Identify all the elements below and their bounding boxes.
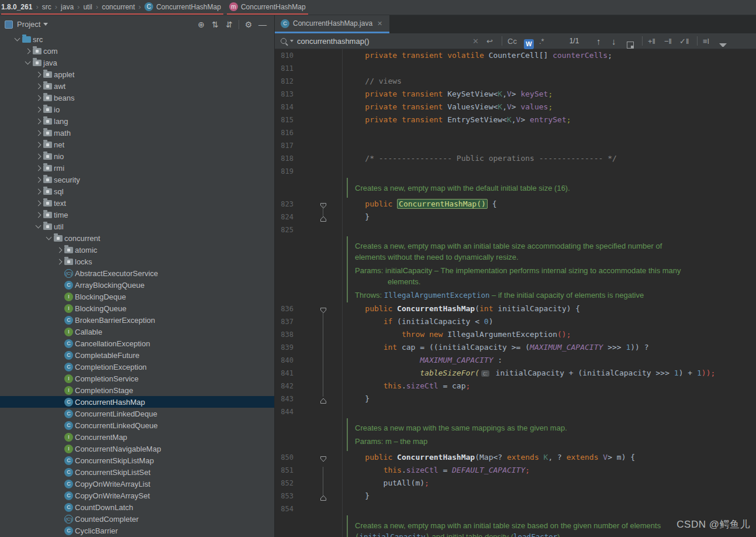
match-case-toggle[interactable]: Cc [508,33,517,49]
line-number[interactable]: 842 [279,380,294,393]
tree-item-io[interactable]: io [0,104,274,115]
tree-item-src[interactable]: src [0,33,274,45]
line-number[interactable]: 854 [279,502,294,515]
line-number[interactable]: 837 [279,315,294,328]
tree-item-locks[interactable]: locks [0,256,274,267]
tree-item-abstractexecutorservice[interactable]: (C)AbstractExecutorService [0,267,274,279]
tree-item-applet[interactable]: applet [0,68,274,80]
tree-item-java[interactable]: java [0,57,274,68]
tree-item-rmi[interactable]: rmi [0,162,274,174]
tree-item-blockingdeque[interactable]: IBlockingDeque [0,291,274,302]
fold-close-icon[interactable] [320,214,327,221]
search-input[interactable]: concurrenthashmap() [297,33,370,49]
breadcrumb-item-src[interactable]: src [40,3,54,11]
chevron-right-icon[interactable] [23,46,33,56]
chevron-right-icon[interactable] [34,81,43,91]
line-number[interactable]: 836 [279,302,294,315]
line-number[interactable]: 819 [279,165,294,178]
select-all-occurrences-icon[interactable]: ✓ǁ [679,33,689,49]
tree-item-concurrent[interactable]: concurrent [0,232,274,244]
tree-item-concurrentmap[interactable]: IConcurrentMap [0,431,274,443]
search-options-icon[interactable]: ≡I [703,33,709,49]
fold-open-icon[interactable] [320,201,327,208]
chevron-right-icon[interactable] [34,93,43,102]
tab-concurrenthashmap-java[interactable]: C ConcurrentHashMap.java ✕ [275,15,389,33]
line-number[interactable]: 838 [279,328,294,341]
breadcrumb-item-concurrenthashmap[interactable]: mConcurrentHashMap [227,2,308,11]
line-number[interactable]: 839 [279,341,294,354]
breadcrumb-item-concurrent[interactable]: concurrent [99,3,137,11]
tree-item-math[interactable]: math [0,127,274,139]
breadcrumb-item-java[interactable]: java [58,3,76,11]
chevron-right-icon[interactable] [34,116,43,126]
tree-item-completionservice[interactable]: ICompletionService [0,373,274,384]
fold-open-icon[interactable] [320,454,327,461]
chevron-right-icon[interactable] [34,210,43,219]
tree-item-com[interactable]: com [0,45,274,57]
line-number[interactable]: 816 [279,126,294,139]
tree-item-concurrentskiplistset[interactable]: CConcurrentSkipListSet [0,466,274,478]
tree-item-callable[interactable]: ICallable [0,326,274,338]
breadcrumb-item-util[interactable]: util [81,3,94,11]
line-number[interactable]: 840 [279,354,294,367]
tree-item-countdownlatch[interactable]: CCountDownLatch [0,501,274,513]
chevron-right-icon[interactable] [34,187,43,196]
chevron-down-icon[interactable] [34,222,43,231]
breadcrumb-item-1-8-0-261[interactable]: 1.8.0_261 [1,3,34,11]
next-occurrence-icon[interactable]: ↓ [612,33,616,49]
tree-item-sql[interactable]: sql [0,185,274,197]
chevron-down-icon[interactable] [44,233,54,243]
tree-item-brokenbarrierexception[interactable]: CBrokenBarrierException [0,314,274,326]
tree-item-cyclicbarrier[interactable]: CCyclicBarrier [0,525,274,536]
tree-item-text[interactable]: text [0,197,274,209]
line-number[interactable]: 852 [279,477,294,490]
tree-item-countedcompleter[interactable]: (C)CountedCompleter [0,513,274,525]
collapse-all-icon[interactable]: ⇵ [222,20,236,29]
line-number[interactable]: 817 [279,139,294,152]
line-number[interactable]: 841 [279,367,294,380]
line-number[interactable]: 815 [279,113,294,126]
tree-item-concurrentlinkedqueue[interactable]: CConcurrentLinkedQueue [0,419,274,431]
tree-item-beans[interactable]: beans [0,92,274,104]
tree-item-arrayblockingqueue[interactable]: CArrayBlockingQueue [0,279,274,291]
locate-icon[interactable]: ⊕ [194,20,208,29]
add-occurrence-icon[interactable]: +ǁ [648,33,655,49]
regex-toggle[interactable]: .* [539,33,544,49]
tree-item-copyonwritearrayset[interactable]: CCopyOnWriteArraySet [0,490,274,501]
clear-search-icon[interactable]: ✕ [472,33,479,49]
tree-item-copyonwritearraylist[interactable]: CCopyOnWriteArrayList [0,478,274,490]
chevron-right-icon[interactable] [34,128,43,137]
line-number[interactable]: 813 [279,88,294,101]
fold-close-icon[interactable] [320,395,327,402]
tree-item-awt[interactable]: awt [0,80,274,92]
chevron-down-icon[interactable] [13,35,22,44]
newline-icon[interactable]: ↩ [486,33,493,49]
tree-item-lang[interactable]: lang [0,115,274,127]
remove-occurrence-icon[interactable]: −ǁ [664,33,672,49]
fold-close-icon[interactable] [320,493,327,500]
tree-item-atomic[interactable]: atomic [0,244,274,256]
code-editor[interactable]: 810 private transient volatile CounterCe… [275,49,756,537]
line-number[interactable]: 814 [279,101,294,113]
tree-item-concurrenthashmap[interactable]: CConcurrentHashMap [0,396,274,408]
breadcrumb-item-concurrenthashmap[interactable]: CConcurrentHashMap [142,2,223,11]
chevron-down-icon[interactable] [23,58,33,67]
line-number[interactable]: 844 [279,405,294,418]
expand-all-icon[interactable]: ⇅ [208,20,222,29]
tree-item-concurrentnavigablemap[interactable]: IConcurrentNavigableMap [0,443,274,455]
chevron-right-icon[interactable] [34,152,43,161]
tree-item-completionstage[interactable]: ICompletionStage [0,384,274,396]
chevron-right-icon[interactable] [55,257,64,266]
line-number[interactable]: 825 [279,223,294,236]
line-number[interactable]: 823 [279,198,294,211]
chevron-right-icon[interactable] [34,198,43,208]
chevron-right-icon[interactable] [34,175,43,184]
chevron-down-icon[interactable] [43,23,48,26]
tree-item-completionexception[interactable]: CCompletionException [0,361,274,373]
close-tab-icon[interactable]: ✕ [377,20,382,27]
line-number[interactable]: 853 [279,490,294,502]
tree-item-nio[interactable]: nio [0,150,274,162]
tree-item-security[interactable]: security [0,174,274,185]
line-number[interactable]: 818 [279,152,294,165]
hide-panel-icon[interactable]: — [256,20,270,29]
